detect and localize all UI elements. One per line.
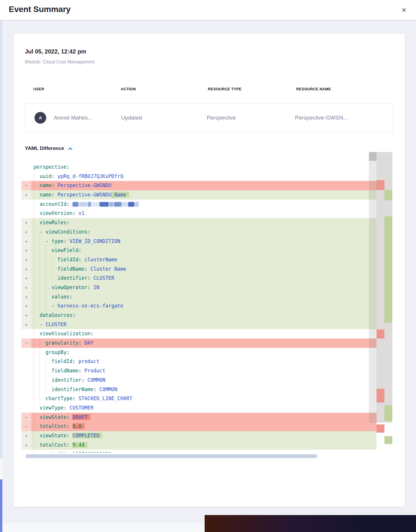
yaml-dash: - xyxy=(51,303,57,309)
diff-text: viewRules: xyxy=(39,220,69,225)
resource-type-value: Perspective xyxy=(207,115,295,121)
diff-line: accountId: xyxy=(21,200,377,209)
col-header-action: ACTION xyxy=(121,87,208,91)
indent-guide xyxy=(34,209,34,218)
diff-gutter-sign: + xyxy=(21,292,31,302)
diff-text: viewState: DRAFT xyxy=(39,414,90,420)
diff-code: viewState: DRAFT xyxy=(31,413,377,422)
indent-guide xyxy=(34,413,34,422)
indent-guide xyxy=(34,366,34,376)
indent-guide xyxy=(34,394,34,403)
diff-code: values: xyxy=(31,292,377,302)
yaml-colon: : xyxy=(51,182,57,188)
yaml-dash: - xyxy=(46,238,51,244)
yaml-key: totalCost xyxy=(39,423,66,429)
yaml-key: viewConditions xyxy=(46,229,87,235)
indent-guide xyxy=(34,246,34,255)
indent-guide xyxy=(34,450,34,452)
yaml-key: viewField xyxy=(51,247,78,253)
diff-overview-ruler[interactable] xyxy=(377,152,392,462)
yaml-value: clusterName xyxy=(84,257,118,262)
diff-text: viewVisualization: xyxy=(39,331,93,336)
diff-gutter-sign: + xyxy=(21,190,31,200)
diff-text: name: Perspective-GWSNDU xyxy=(39,182,111,188)
close-icon[interactable]: ✕ xyxy=(399,5,409,15)
diff-gutter-sign xyxy=(21,385,31,394)
yaml-difference-toggle[interactable]: YAML Difference xyxy=(25,146,73,151)
diff-text: - harness-se-ecs-fargate xyxy=(51,303,123,309)
yaml-key: viewVisualization xyxy=(39,331,90,336)
diff-gutter-sign xyxy=(21,376,31,385)
diff-code: totalCost: 0.0 xyxy=(31,422,377,431)
diff-gutter-sign xyxy=(21,209,31,218)
overview-mark-del xyxy=(377,180,384,190)
diff-line: +viewState: COMPLETED xyxy=(21,431,377,441)
redacted-pixel xyxy=(79,202,87,207)
diff-gutter-sign: + xyxy=(21,431,31,441)
indent-guide xyxy=(34,348,34,357)
yaml-colon: : xyxy=(67,414,73,420)
yaml-key: accountId xyxy=(39,201,66,207)
yaml-value: IN xyxy=(94,284,99,290)
yaml-colon: : xyxy=(51,173,57,179)
yaml-diff-viewer: perspective:uuid: ypRq_d-fRBOJ7QJKxPDfrQ… xyxy=(21,152,392,462)
diff-line: uuid: ypRq_d-fRBOJ7QJKxPDfrQ xyxy=(21,172,377,181)
yaml-colon: : xyxy=(67,433,73,438)
yaml-value: 9.44 xyxy=(73,442,87,448)
yaml-key: uuid xyxy=(39,173,51,179)
indent-guide xyxy=(46,283,46,292)
indent-guide xyxy=(34,274,34,283)
diff-text: dataSources: xyxy=(39,312,75,318)
yaml-colon: : xyxy=(78,368,84,374)
indent-guide xyxy=(34,329,34,338)
yaml-colon: : xyxy=(78,247,81,253)
yaml-colon: : xyxy=(93,386,99,392)
horizontal-scrollbar-thumb[interactable] xyxy=(25,454,317,458)
overview-mark-del xyxy=(377,424,384,433)
indent-guide xyxy=(39,255,40,265)
diff-line: +viewOperator: IN xyxy=(21,283,377,292)
indent-guide xyxy=(39,376,40,385)
diff-text: fieldId: product xyxy=(51,358,99,364)
diff-code: perspective: xyxy=(31,163,377,172)
diff-line: fieldId: product xyxy=(21,357,377,366)
page-root: Event Summary ✕ Jul 05, 2022, 12:42 pm M… xyxy=(0,0,416,532)
yaml-dash: - xyxy=(39,322,45,327)
yaml-colon: : xyxy=(90,331,93,336)
yaml-key: identifierName xyxy=(51,386,93,392)
diff-gutter-sign: + xyxy=(21,301,31,311)
table-row: A Anmol Mahes... Updated Perspective Per… xyxy=(25,103,393,132)
diff-gutter-sign: + xyxy=(21,274,31,283)
indent-guide xyxy=(34,431,34,441)
diff-gutter-sign: − xyxy=(21,338,31,348)
modal-header: Event Summary ✕ xyxy=(0,0,416,20)
yaml-key: values xyxy=(51,294,69,300)
yaml-key: identifier xyxy=(58,275,87,281)
yaml-value: harness-se-ecs-fargate xyxy=(58,303,123,309)
indent-guide xyxy=(46,274,46,283)
diff-text: chartType: STACKED_LINE_CHART xyxy=(46,395,132,401)
yaml-value: 1657005121653 xyxy=(73,451,111,452)
diff-code: fieldId: product xyxy=(31,357,377,366)
indent-guide xyxy=(34,190,34,200)
event-card: Jul 05, 2022, 12:42 pm Module: Cloud Cos… xyxy=(14,34,405,507)
diff-code: name: Perspective-GWSNDU xyxy=(31,181,377,190)
yaml-key: identifier xyxy=(51,377,81,383)
indent-guide xyxy=(46,292,46,302)
yaml-key: viewState xyxy=(39,414,66,420)
diff-lines[interactable]: perspective:uuid: ypRq_d-fRBOJ7QJKxPDfrQ… xyxy=(21,160,377,452)
indent-guide xyxy=(34,441,34,450)
diff-code: viewState: COMPLETED xyxy=(31,431,377,441)
diff-text: createdAt: 1657005121653 xyxy=(39,451,111,452)
diff-text: identifier: CLUSTER xyxy=(58,275,115,281)
vertical-scrollbar-thumb[interactable] xyxy=(369,152,377,161)
diff-code: - harness-se-ecs-fargate xyxy=(31,301,377,311)
indent-guide xyxy=(39,348,40,357)
vertical-scrollbar[interactable] xyxy=(369,152,377,423)
diff-text: fieldName: Cluster Name xyxy=(58,266,126,272)
indent-guide xyxy=(39,357,40,366)
diff-line: −totalCost: 0.0 xyxy=(21,422,377,431)
yaml-key: dataSources xyxy=(39,312,73,318)
diff-gutter-sign: + xyxy=(21,311,31,320)
diff-line: viewVersion: v1 xyxy=(21,209,377,218)
